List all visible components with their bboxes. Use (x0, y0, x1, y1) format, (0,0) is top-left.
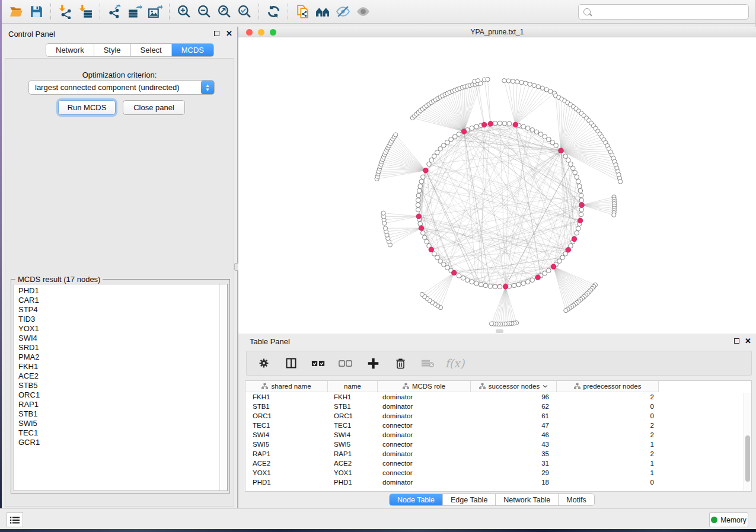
network-node[interactable] (474, 124, 479, 129)
network-node[interactable] (416, 198, 420, 203)
mcds-result-item[interactable]: RAP1 (18, 400, 227, 409)
network-node[interactable] (465, 278, 470, 283)
network-node[interactable] (419, 180, 424, 184)
dominator-node[interactable] (481, 122, 487, 127)
dominator-node[interactable] (572, 236, 577, 242)
mcds-result-item[interactable]: GCR1 (18, 438, 227, 447)
zoom-out-icon[interactable] (194, 2, 214, 21)
network-node[interactable] (416, 203, 420, 207)
network-node[interactable] (421, 175, 426, 180)
network-node[interactable] (521, 124, 526, 129)
network-node[interactable] (532, 84, 536, 88)
horizontal-splitter-grip[interactable] (496, 329, 503, 333)
hide-selected-icon[interactable] (333, 2, 353, 21)
network-node[interactable] (383, 226, 387, 230)
dominator-node[interactable] (419, 226, 424, 231)
import-network-icon[interactable] (55, 2, 75, 21)
open-folder-icon[interactable] (6, 2, 26, 21)
network-node[interactable] (563, 154, 568, 159)
mcds-result-item[interactable]: YOX1 (18, 324, 227, 334)
table-scrollbar[interactable] (744, 393, 751, 491)
network-node[interactable] (547, 268, 551, 273)
memory-button[interactable]: Memory (709, 512, 748, 527)
network-node[interactable] (394, 133, 398, 137)
table-scrollbar-thumb[interactable] (745, 435, 750, 482)
network-node[interactable] (438, 259, 443, 264)
network-node[interactable] (502, 121, 507, 126)
dominator-node[interactable] (535, 275, 541, 280)
network-node[interactable] (502, 79, 506, 83)
network-node[interactable] (488, 284, 493, 289)
add-row-icon[interactable] (365, 355, 381, 371)
network-node[interactable] (569, 162, 573, 166)
network-node[interactable] (416, 193, 421, 198)
network-node[interactable] (512, 283, 516, 288)
tab-network[interactable]: Network (46, 44, 94, 56)
network-node[interactable] (470, 126, 474, 131)
network-node[interactable] (554, 143, 559, 148)
clone-network-icon[interactable] (292, 2, 312, 21)
network-node[interactable] (560, 255, 565, 260)
dominator-node[interactable] (513, 122, 518, 127)
network-node[interactable] (457, 274, 461, 278)
network-node[interactable] (381, 211, 385, 215)
network-node[interactable] (425, 239, 429, 244)
column-header-mcds-role[interactable]: MCDS role (378, 381, 471, 392)
delete-table-icon[interactable] (420, 355, 435, 371)
dominator-node[interactable] (559, 148, 564, 153)
network-node[interactable] (544, 88, 548, 92)
criterion-select[interactable]: largest connected component (undirected)… (28, 80, 215, 95)
network-node[interactable] (525, 126, 530, 131)
network-node[interactable] (612, 213, 616, 217)
dominator-node[interactable] (461, 129, 467, 134)
mcds-result-item[interactable]: STP4 (18, 305, 227, 315)
network-node[interactable] (470, 280, 474, 284)
dominator-node[interactable] (452, 270, 457, 275)
function-builder-icon[interactable]: f(x) (447, 355, 462, 371)
search-input[interactable] (578, 4, 749, 20)
network-node[interactable] (429, 158, 434, 162)
network-node[interactable] (550, 140, 555, 145)
network-node[interactable] (457, 132, 461, 137)
network-node[interactable] (474, 281, 479, 286)
network-node[interactable] (489, 322, 493, 326)
zoom-fit-icon[interactable] (214, 2, 234, 21)
mcds-result-item[interactable]: ACE2 (18, 371, 227, 381)
network-node[interactable] (416, 207, 420, 212)
network-node[interactable] (507, 121, 512, 126)
network-node[interactable] (427, 162, 432, 166)
network-node[interactable] (516, 283, 521, 287)
network-node[interactable] (420, 292, 424, 296)
network-node[interactable] (483, 283, 488, 288)
network-node[interactable] (435, 255, 440, 260)
network-node[interactable] (525, 280, 530, 284)
table-row[interactable]: STB1STB1dominator620 (245, 402, 751, 411)
mcds-result-item[interactable]: SRD1 (18, 343, 227, 352)
mcds-result-item[interactable]: SWI5 (18, 419, 227, 428)
network-node[interactable] (575, 230, 579, 235)
network-node[interactable] (486, 77, 490, 81)
tab-select[interactable]: Select (131, 44, 172, 56)
mcds-result-item[interactable]: CAR1 (18, 296, 227, 305)
network-node[interactable] (579, 198, 584, 203)
network-node[interactable] (519, 81, 524, 85)
network-node[interactable] (548, 89, 553, 94)
network-node[interactable] (536, 85, 540, 89)
network-node[interactable] (438, 147, 443, 152)
network-node[interactable] (618, 180, 623, 184)
network-node[interactable] (461, 276, 465, 281)
network-node[interactable] (534, 130, 539, 134)
network-node[interactable] (432, 252, 437, 257)
mcds-result-item[interactable]: STB5 (18, 381, 227, 390)
dominator-node[interactable] (488, 121, 493, 127)
network-node[interactable] (571, 166, 576, 171)
dominator-node[interactable] (503, 284, 508, 289)
network-node[interactable] (506, 79, 511, 83)
import-table-icon[interactable] (75, 2, 95, 21)
column-header-successor-nodes[interactable]: successor nodes (471, 381, 557, 392)
network-node[interactable] (432, 154, 437, 159)
network-node[interactable] (573, 171, 578, 175)
network-node[interactable] (543, 271, 547, 276)
network-node[interactable] (421, 230, 426, 235)
network-node[interactable] (449, 137, 454, 142)
